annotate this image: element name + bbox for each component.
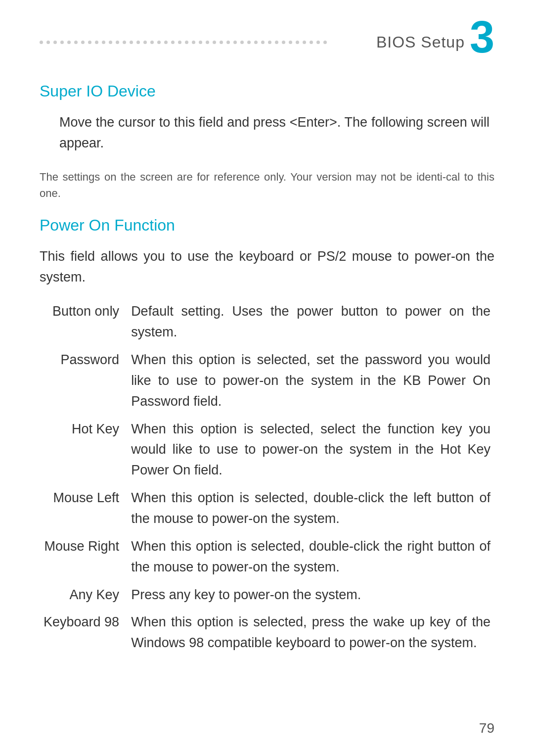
header-dot xyxy=(289,41,292,44)
option-label: Mouse Left xyxy=(40,486,127,534)
header-dot xyxy=(178,41,181,44)
header-dot xyxy=(185,41,188,44)
header-title: BIOS Setup xyxy=(376,33,465,51)
header-dot xyxy=(233,41,237,44)
header-dot xyxy=(226,41,230,44)
header-dot xyxy=(150,41,154,44)
reference-note: The settings on the screen are for refer… xyxy=(40,169,494,201)
header-dot xyxy=(123,41,126,44)
page-container: BIOS Setup 3 Super IO Device Move the cu… xyxy=(0,0,534,756)
header-dot xyxy=(240,41,244,44)
header-dot xyxy=(199,41,202,44)
power-on-intro: This field allows you to use the keyboar… xyxy=(40,246,494,288)
header-dot xyxy=(81,41,85,44)
header-dot xyxy=(143,41,147,44)
header-dot xyxy=(88,41,91,44)
header-dot xyxy=(164,41,168,44)
option-row: Keyboard 98When this option is selected,… xyxy=(40,610,494,659)
option-description: When this option is selected, double-cli… xyxy=(127,534,494,583)
option-label: Mouse Right xyxy=(40,534,127,583)
option-description: Default setting. Uses the power button t… xyxy=(127,299,494,348)
header-dot xyxy=(268,41,271,44)
option-row: Mouse LeftWhen this option is selected, … xyxy=(40,486,494,534)
page-header: BIOS Setup 3 xyxy=(40,20,494,64)
option-label: Keyboard 98 xyxy=(40,610,127,659)
option-row: Hot KeyWhen this option is selected, sel… xyxy=(40,417,494,486)
header-dot xyxy=(310,41,313,44)
header-dot xyxy=(275,41,278,44)
option-label: Any Key xyxy=(40,583,127,611)
header-dot xyxy=(213,41,216,44)
header-dot xyxy=(323,41,327,44)
header-dot xyxy=(316,41,320,44)
header-dot xyxy=(136,41,140,44)
chapter-number-box: 3 xyxy=(465,20,494,64)
header-dot xyxy=(95,41,98,44)
header-dot xyxy=(296,41,299,44)
options-table: Button onlyDefault setting. Uses the pow… xyxy=(40,299,494,659)
option-description: Press any key to power-on the system. xyxy=(127,583,494,611)
option-label: Hot Key xyxy=(40,417,127,486)
header-dot xyxy=(192,41,195,44)
power-on-title: Power On Function xyxy=(40,216,494,235)
option-row: Any KeyPress any key to power-on the sys… xyxy=(40,583,494,611)
header-dot xyxy=(74,41,78,44)
header-dot xyxy=(40,41,43,44)
header-dot xyxy=(171,41,175,44)
super-io-body: Move the cursor to this field and press … xyxy=(40,112,494,154)
option-row: PasswordWhen this option is selected, se… xyxy=(40,348,494,417)
option-description: When this option is selected, set the pa… xyxy=(127,348,494,417)
super-io-title: Super IO Device xyxy=(40,82,494,100)
header-dot xyxy=(46,41,50,44)
header-dot xyxy=(130,41,133,44)
header-dot xyxy=(116,41,119,44)
option-description: When this option is selected, double-cli… xyxy=(127,486,494,534)
header-dot xyxy=(53,41,57,44)
option-row: Mouse RightWhen this option is selected,… xyxy=(40,534,494,583)
header-dot xyxy=(157,41,161,44)
header-dot xyxy=(220,41,223,44)
option-row: Button onlyDefault setting. Uses the pow… xyxy=(40,299,494,348)
header-dot xyxy=(282,41,285,44)
header-dot xyxy=(254,41,258,44)
header-dot xyxy=(261,41,265,44)
option-description: When this option is selected, select the… xyxy=(127,417,494,486)
page-number: 79 xyxy=(479,720,494,736)
header-dot xyxy=(67,41,71,44)
header-dot xyxy=(102,41,105,44)
option-description: When this option is selected, press the … xyxy=(127,610,494,659)
option-label: Password xyxy=(40,348,127,417)
option-label: Button only xyxy=(40,299,127,348)
header-dot xyxy=(247,41,251,44)
header-dots xyxy=(40,41,366,44)
header-dot xyxy=(109,41,112,44)
header-dot xyxy=(303,41,306,44)
header-dot xyxy=(60,41,64,44)
chapter-number: 3 xyxy=(470,15,494,59)
header-dot xyxy=(206,41,209,44)
